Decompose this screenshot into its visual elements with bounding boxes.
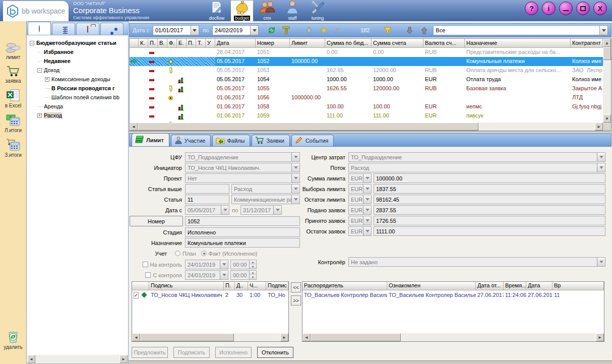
grid-column-header[interactable]: П.	[148, 39, 158, 48]
money-value[interactable]: 1837.55	[374, 184, 605, 194]
sidebar-item-заявка[interactable]: заявка	[5, 65, 21, 84]
flow-select[interactable]: Расход	[348, 163, 605, 172]
grid-column-header[interactable]: К.	[139, 39, 148, 48]
chevron-down-icon[interactable]	[597, 258, 605, 266]
date-to-input[interactable]: 24/02/2019	[212, 25, 259, 35]
chevron-down-icon[interactable]	[221, 206, 229, 214]
sidebar-item-удалить[interactable]: удалить	[4, 329, 22, 350]
sidebar-item-в Excel[interactable]: в Excel	[5, 89, 22, 108]
from-control-checkbox[interactable]	[145, 272, 151, 278]
k-icon[interactable]: K	[333, 25, 344, 36]
scroll-right-icon[interactable]: ►	[119, 355, 128, 363]
time-spinner[interactable]: ▲▼	[249, 260, 256, 269]
tab-Заявки[interactable]: Заявки	[252, 135, 290, 146]
sign-column-header[interactable]: Подпись	[149, 282, 224, 290]
scroll-right-icon[interactable]: ►	[280, 333, 288, 341]
transfer-right-button[interactable]: >>	[291, 295, 301, 306]
chevron-down-icon[interactable]	[273, 206, 281, 214]
funnel-icon[interactable]	[382, 25, 393, 36]
tree-item[interactable]: Шаблон полей слияния bb	[29, 93, 127, 102]
transfer-left-button[interactable]: <<	[291, 282, 301, 292]
number-value[interactable]: 1052	[185, 216, 300, 226]
grid-column-header[interactable]: Т.	[196, 39, 206, 48]
tree-tab[interactable]	[52, 23, 75, 35]
cost-center-select[interactable]: ТО_Подразделение	[348, 152, 605, 162]
sign-column-header[interactable]: Подпис	[266, 282, 288, 290]
grid-column-header[interactable]: Назначение	[465, 39, 571, 48]
tab-События[interactable]: События	[291, 135, 334, 146]
article-type-select[interactable]: Коммуникационные расходы	[231, 195, 300, 204]
article-above-input[interactable]	[185, 184, 229, 194]
measure-icon[interactable]	[281, 25, 292, 36]
tree-item[interactable]: Аренда	[29, 102, 127, 111]
acknowledgement-row[interactable]: ТО_Васильев Контролер ВасильевичТО_Васил…	[302, 290, 604, 299]
chevron-down-icon[interactable]	[599, 26, 607, 35]
currency-select[interactable]: EUR	[348, 205, 372, 215]
ack-column-header[interactable]: Дата	[526, 282, 553, 290]
ack-column-header[interactable]: Время...	[504, 282, 526, 290]
action-button-Предложить[interactable]: Предложить	[132, 347, 168, 358]
maximize-button[interactable]	[576, 2, 590, 15]
table-row[interactable]: 05.05.201710541000.001000.00EURОтлата тр…	[130, 75, 603, 84]
chevron-down-icon[interactable]	[291, 174, 299, 183]
sign-column-header[interactable]: Д..	[235, 282, 248, 290]
chevron-down-icon[interactable]	[363, 216, 371, 225]
money-value[interactable]: 98162.45	[374, 195, 605, 204]
currency-select[interactable]: EUR	[348, 184, 372, 194]
tree-expander-icon[interactable]: -	[30, 41, 34, 45]
grid-column-header[interactable]: Контрагент	[571, 39, 603, 48]
chevron-down-icon[interactable]	[291, 153, 299, 161]
grid-column-header[interactable]: Номер	[256, 39, 290, 48]
currency-select[interactable]: EUR	[348, 226, 372, 236]
chevron-down-icon[interactable]	[363, 227, 371, 235]
currency-select[interactable]: EUR	[348, 173, 372, 183]
chevron-down-icon[interactable]	[597, 153, 605, 161]
chevron-down-icon[interactable]	[363, 195, 371, 204]
ack-column-header[interactable]: Ознакомлен	[387, 282, 476, 290]
tree-expander-icon[interactable]: +	[37, 113, 42, 118]
tree-tab[interactable]	[76, 23, 99, 35]
app-crm[interactable]: crm	[256, 1, 278, 21]
money-value[interactable]: 100000.00	[374, 173, 605, 183]
table-row[interactable]: 01.06.20171058100.00100.00EURиепмсGj.fys…	[130, 102, 603, 111]
fact-radio[interactable]	[201, 251, 207, 256]
controller-select[interactable]: Не задано	[348, 257, 605, 267]
close-button[interactable]: X	[593, 2, 607, 15]
help-button[interactable]: ?	[525, 2, 538, 15]
tree-item[interactable]: +Расход	[29, 111, 127, 120]
action-button-Подписать[interactable]: Подписать	[173, 347, 210, 358]
date-from-input[interactable]: 01/01/2017	[153, 25, 199, 35]
sidebar-item-З.итоги[interactable]: З.итоги	[5, 138, 22, 158]
signature-row[interactable]: ✓ТО_Носов ЧКЦ Николаевич2301:00ТО_Но	[132, 290, 288, 299]
article-input[interactable]: 11	[185, 195, 229, 204]
ack-column-header[interactable]: Распорядитель	[302, 282, 387, 290]
scroll-left-icon[interactable]: ◄	[302, 333, 311, 341]
scroll-left-icon[interactable]: ◄	[132, 333, 140, 341]
chevron-down-icon[interactable]	[220, 260, 228, 269]
cfu-select[interactable]: ТО_Подразделение	[185, 152, 300, 162]
table-row[interactable]: 28.04.201710510.000.00RUBПредставительск…	[130, 48, 603, 57]
number-button[interactable]: Номер	[130, 216, 183, 226]
chevron-down-icon[interactable]	[191, 26, 199, 35]
scroll-up-icon[interactable]: ▲	[603, 39, 611, 47]
article-above-flow-select[interactable]: Расход	[231, 184, 300, 194]
table-row[interactable]: 01.06.20171059111.00111.00EURпивсук	[130, 111, 603, 120]
chevron-down-icon[interactable]	[250, 26, 258, 35]
table-row[interactable]: 05.05.20171053162.6512000.00RUBОплата ар…	[130, 66, 603, 75]
tab-Участие[interactable]: Участие	[171, 135, 211, 146]
action-button-Исполнено[interactable]: Исполнено	[215, 347, 252, 358]
on-control-time[interactable]: 00:00▲▼	[230, 260, 257, 269]
tab-Лимит[interactable]: Лимит	[132, 133, 169, 146]
grid-column-header[interactable]: Сумма счета	[372, 39, 423, 48]
chevron-down-icon[interactable]	[220, 271, 228, 279]
on-control-checkbox[interactable]	[143, 262, 148, 267]
chevron-down-icon[interactable]	[363, 174, 371, 183]
acknowledgement-table-scrollbar[interactable]: ◄ ►	[302, 333, 604, 341]
sidebar-item-лимит[interactable]: лимит	[5, 41, 21, 60]
table-row[interactable]: 05.05.201710551626.55120000.00RUBБазовая…	[130, 84, 603, 93]
app-staff[interactable]: staff	[281, 1, 303, 21]
sign-column-header[interactable]: Ч...	[248, 282, 266, 290]
grid-column-header[interactable]	[130, 39, 139, 48]
chevron-down-icon[interactable]	[363, 185, 371, 193]
grid-column-header[interactable]: У	[206, 39, 215, 48]
